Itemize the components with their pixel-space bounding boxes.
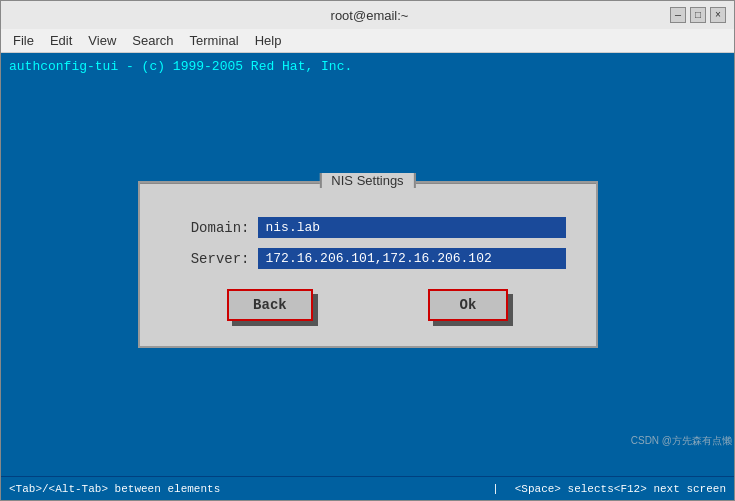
dialog-title: NIS Settings [319, 173, 415, 188]
menu-edit[interactable]: Edit [42, 31, 80, 50]
server-input[interactable] [258, 248, 566, 269]
watermark: CSDN @方先森有点懒 [631, 434, 732, 448]
menu-file[interactable]: File [5, 31, 42, 50]
back-button[interactable]: Back [227, 289, 313, 321]
minimize-button[interactable]: — [670, 7, 686, 23]
menu-terminal[interactable]: Terminal [182, 31, 247, 50]
title-bar: root@email:~ — □ × [1, 1, 734, 29]
domain-field-row: Domain: [170, 217, 566, 238]
dialog-fields: Domain: Server: [170, 217, 566, 269]
status-right: <F12> next screen [614, 483, 726, 495]
ok-button[interactable]: Ok [428, 289, 508, 321]
window-title: root@email:~ [69, 8, 670, 23]
window-controls: — □ × [670, 7, 726, 23]
terminal-area: authconfig-tui - (c) 1999-2005 Red Hat, … [1, 53, 734, 476]
server-label: Server: [170, 251, 250, 267]
menu-search[interactable]: Search [124, 31, 181, 50]
status-center: <Space> selects [515, 483, 614, 495]
status-separator: | [492, 483, 499, 495]
domain-label: Domain: [170, 220, 250, 236]
domain-input[interactable] [258, 217, 566, 238]
ok-btn-wrapper: Ok [428, 289, 508, 321]
status-left: <Tab>/<Alt-Tab> between elements [9, 483, 476, 495]
menu-bar: File Edit View Search Terminal Help [1, 29, 734, 53]
back-btn-wrapper: Back [227, 289, 313, 321]
terminal-window: root@email:~ — □ × File Edit View Search… [0, 0, 735, 501]
status-bar: <Tab>/<Alt-Tab> between elements | <Spac… [1, 476, 734, 500]
close-button[interactable]: × [710, 7, 726, 23]
maximize-button[interactable]: □ [690, 7, 706, 23]
dialog-buttons: Back Ok [170, 289, 566, 321]
dialog-overlay: NIS Settings Domain: Server: [1, 53, 734, 476]
menu-help[interactable]: Help [247, 31, 290, 50]
server-field-row: Server: [170, 248, 566, 269]
nis-settings-dialog: NIS Settings Domain: Server: [138, 181, 598, 348]
menu-view[interactable]: View [80, 31, 124, 50]
